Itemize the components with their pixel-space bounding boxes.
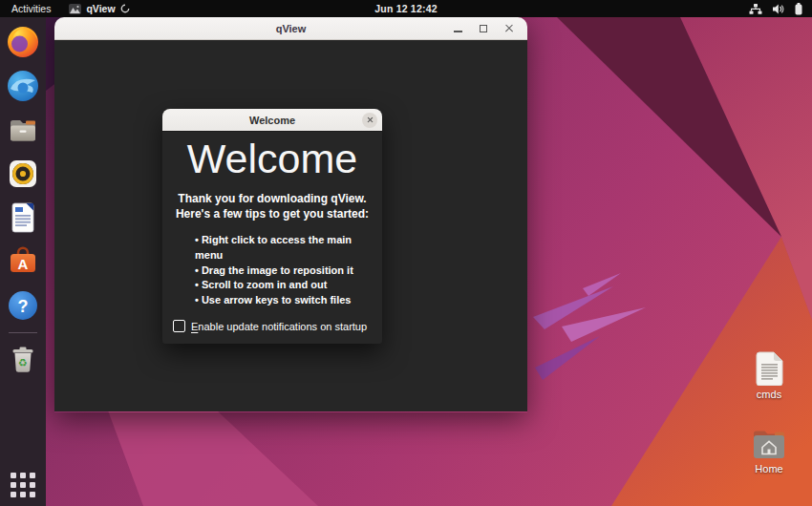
ubuntu-software-letter: A <box>18 256 29 272</box>
qview-window-titlebar[interactable]: qView <box>54 17 527 40</box>
desktop-icon-home[interactable]: Home <box>738 430 800 474</box>
trash-icon: ♻ <box>6 343 40 377</box>
tip-item: Use arrow keys to switch files <box>195 293 382 308</box>
text-document-icon <box>755 351 784 386</box>
tip-item: Right click to access the main menu <box>195 233 382 264</box>
desktop-icon-label: Home <box>755 463 782 474</box>
dock-item-firefox[interactable] <box>5 24 41 60</box>
dock-separator <box>9 332 37 333</box>
top-bar: Activities qView Jun 12 12:42 <box>0 0 812 17</box>
volume-icon <box>773 4 784 14</box>
dock-item-rhythmbox[interactable] <box>5 156 41 192</box>
update-notifications-row: ✓ Enable update notifications on startup <box>162 320 382 344</box>
minimize-button[interactable] <box>452 23 463 34</box>
welcome-dialog: Welcome Welcome Thank you for downloadin… <box>162 109 382 344</box>
app-indicator[interactable]: qView <box>69 3 129 14</box>
dock-item-ubuntu-software[interactable]: A <box>5 243 41 280</box>
network-icon <box>749 4 762 14</box>
grid-dot <box>20 473 26 478</box>
dock-item-thunderbird[interactable] <box>5 68 41 104</box>
grid-dot <box>11 492 16 497</box>
update-notifications-checkbox[interactable]: ✓ <box>173 320 185 332</box>
dock-item-libreoffice-writer[interactable] <box>5 200 41 236</box>
close-button[interactable] <box>503 23 515 34</box>
update-notifications-label[interactable]: Enable update notifications on startup <box>191 321 367 332</box>
recycle-glyph: ♻ <box>18 357 28 369</box>
grid-dot <box>30 473 35 478</box>
desktop-icon-label: cmds <box>757 389 781 400</box>
libreoffice-writer-icon <box>6 200 40 235</box>
show-applications-button[interactable] <box>11 473 35 497</box>
clock[interactable]: Jun 12 12:42 <box>374 3 437 14</box>
help-icon: ? <box>6 288 40 323</box>
help-question-glyph: ? <box>18 297 29 316</box>
rhythmbox-icon <box>6 157 40 191</box>
welcome-tips-list: Right click to access the main menu Drag… <box>195 233 382 309</box>
system-status-area[interactable] <box>749 3 812 15</box>
home-folder-icon <box>752 430 786 460</box>
qview-app-icon <box>69 4 81 14</box>
activities-button[interactable]: Activities <box>9 2 53 15</box>
tip-item: Scroll to zoom in and out <box>195 278 382 293</box>
welcome-dialog-title: Welcome <box>249 115 295 126</box>
welcome-dialog-body: Welcome Thank you for downloading qView.… <box>162 131 382 344</box>
dock-item-trash[interactable]: ♻ <box>5 342 41 378</box>
welcome-heading: Welcome <box>162 136 382 182</box>
grid-dot <box>20 492 26 497</box>
dialog-close-button[interactable] <box>362 113 377 128</box>
desktop-icon-cmds[interactable]: cmds <box>738 351 800 400</box>
grid-dot <box>20 482 26 488</box>
dock: A ? <box>0 17 46 506</box>
qview-window: qView Welcome Welcome Thank you for down… <box>54 17 527 412</box>
dock-item-files[interactable] <box>5 112 41 148</box>
app-indicator-label: qView <box>86 3 115 14</box>
maximize-button[interactable] <box>478 23 489 34</box>
battery-icon <box>795 3 802 15</box>
files-icon <box>6 113 40 147</box>
grid-dot <box>11 473 16 478</box>
grid-dot <box>30 482 35 488</box>
grid-dot <box>11 482 16 488</box>
welcome-dialog-titlebar[interactable]: Welcome <box>162 109 382 131</box>
tip-item: Drag the image to reposition it <box>195 264 382 279</box>
thunderbird-icon <box>6 69 40 103</box>
firefox-icon <box>6 25 40 59</box>
grid-dot <box>30 492 35 497</box>
welcome-intro-line2: Here's a few tips to get you started: <box>162 207 382 222</box>
desktop: Activities qView Jun 12 12:42 <box>0 0 812 506</box>
welcome-intro-line1: Thank you for downloading qView. <box>162 192 382 207</box>
dock-item-help[interactable]: ? <box>5 287 41 324</box>
ubuntu-software-icon: A <box>6 244 40 279</box>
app-loading-spinner-icon <box>120 4 130 13</box>
welcome-intro: Thank you for downloading qView. Here's … <box>162 192 382 221</box>
